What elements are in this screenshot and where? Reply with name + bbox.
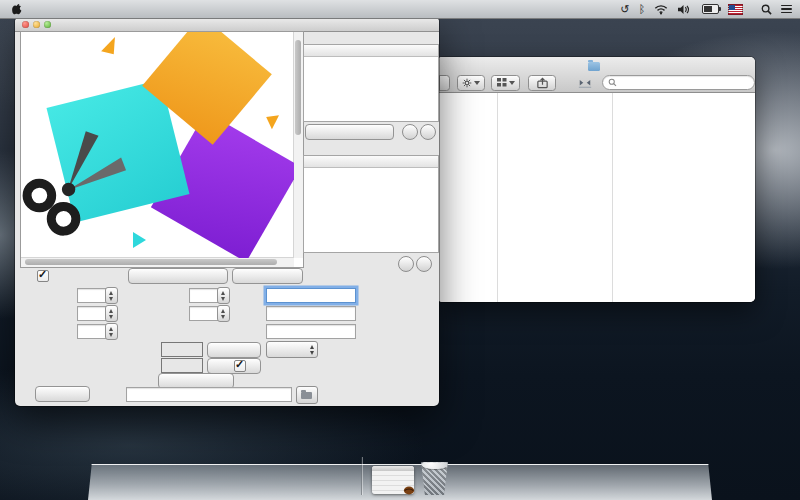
add-item-button[interactable] (398, 256, 414, 272)
choose-folder-button[interactable] (296, 386, 318, 404)
prefix-input[interactable] (266, 306, 356, 321)
column-divider[interactable] (612, 93, 613, 302)
input-language-flag-icon[interactable] (728, 4, 743, 15)
orange-triangle (266, 115, 281, 130)
aspect-ratio-checkbox[interactable] (37, 270, 49, 282)
appendix-input[interactable] (266, 324, 356, 339)
folder-icon (588, 62, 600, 71)
time-machine-icon[interactable]: ↺ (620, 3, 629, 16)
orange-triangle (101, 35, 118, 55)
size-mark-checkbox[interactable] (234, 360, 246, 372)
background-random-button[interactable] (207, 342, 261, 358)
remove-item-button[interactable] (416, 256, 432, 272)
arrange-button[interactable] (578, 74, 592, 92)
view-mode-button[interactable] (491, 75, 520, 91)
share-button[interactable] (528, 75, 555, 91)
vertical-scrollbar[interactable] (293, 32, 303, 258)
app-window (15, 17, 439, 406)
folder-icon (301, 392, 312, 399)
name-input[interactable] (266, 288, 356, 303)
path-input[interactable] (126, 387, 292, 402)
close-button[interactable] (22, 21, 29, 28)
back-forward-button[interactable] (439, 75, 450, 91)
app-titlebar[interactable] (15, 17, 439, 32)
width-stepper[interactable] (105, 287, 118, 304)
format-dropdown[interactable] (266, 341, 318, 358)
collection-items-header[interactable] (304, 156, 438, 168)
spotlight-icon[interactable] (761, 4, 772, 15)
preview-canvas (21, 32, 294, 258)
clear-image-button[interactable] (232, 268, 303, 284)
corner-stepper[interactable] (105, 323, 118, 340)
finder-titlebar[interactable] (437, 57, 755, 93)
output-collection-button[interactable] (305, 124, 394, 140)
size-collections-table (303, 44, 439, 122)
finder-search-input[interactable] (602, 75, 755, 90)
desktop: ↺ ᛒ (0, 0, 800, 500)
battery-icon (702, 4, 719, 14)
add-collection-button[interactable] (402, 124, 418, 140)
volume-icon[interactable] (677, 4, 690, 15)
output-button[interactable] (35, 386, 90, 402)
finder-window-title (437, 60, 755, 72)
background-color-swatch[interactable] (161, 342, 203, 357)
border-stepper[interactable] (217, 305, 230, 322)
border-color-swatch[interactable] (161, 358, 203, 373)
action-gear-button[interactable] (457, 75, 485, 91)
menu-bar: ↺ ᛒ (0, 0, 800, 19)
minimize-button[interactable] (33, 21, 40, 28)
remove-collection-button[interactable] (420, 124, 436, 140)
cyan-triangle (133, 232, 146, 248)
battery-indicator[interactable] (699, 4, 719, 14)
finder-window (437, 57, 755, 302)
reset-image-size-button[interactable] (128, 268, 228, 284)
finder-toolbar (437, 74, 755, 91)
zoom-button[interactable] (44, 21, 51, 28)
dock (0, 452, 800, 500)
minimized-window-dock-item[interactable] (372, 466, 414, 494)
collection-items-table (303, 155, 439, 253)
apple-menu-icon[interactable] (12, 3, 23, 16)
horizontal-scrollbar[interactable] (21, 257, 294, 267)
dock-separator (361, 457, 362, 495)
finder-column-view (437, 93, 755, 302)
bluetooth-icon[interactable]: ᛒ (638, 3, 645, 16)
alpha-stepper[interactable] (105, 305, 118, 322)
notification-center-icon[interactable] (781, 5, 792, 14)
height-stepper[interactable] (217, 287, 230, 304)
trash-paper (422, 460, 448, 469)
column-divider[interactable] (497, 93, 498, 302)
size-collections-header[interactable] (304, 45, 438, 57)
wifi-icon[interactable] (654, 4, 668, 15)
preview-scrollview (20, 31, 304, 268)
trash-icon[interactable] (420, 461, 450, 495)
